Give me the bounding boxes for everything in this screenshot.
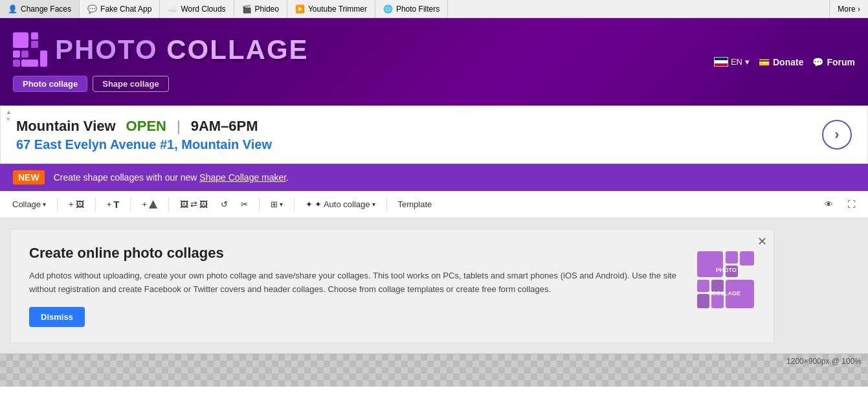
- photo-replace-icon: 🖼: [180, 199, 188, 209]
- ad-hours: 9AM–6PM: [191, 118, 258, 135]
- ad-content: Mountain View OPEN | 9AM–6PM 67 East Eve…: [16, 118, 822, 152]
- collage-label: Collage: [12, 199, 41, 209]
- tab-youtube-trimmer[interactable]: ▶️ Youtube Trimmer: [287, 0, 375, 17]
- text-t-icon: T: [113, 199, 119, 209]
- new-banner-text: Create shape collages with our new Shape…: [54, 172, 289, 183]
- tab-word-clouds[interactable]: ☁️ Word Clouds: [160, 0, 234, 17]
- scissors-icon: ✂: [241, 199, 248, 209]
- photo-filters-icon: 🌐: [383, 5, 393, 14]
- ad-next-button[interactable]: ›: [822, 120, 852, 150]
- auto-collage-chevron-icon: ▾: [372, 201, 375, 208]
- header-right: EN ▾ 💳 Donate 💬 Forum: [714, 57, 855, 67]
- expand-icon: ⛶: [847, 199, 856, 209]
- svg-rect-5: [13, 60, 20, 67]
- shape-collage-link[interactable]: Shape Collage maker: [199, 172, 286, 183]
- close-intro-button[interactable]: ✕: [757, 234, 767, 249]
- svg-rect-7: [40, 51, 47, 67]
- separator-4: [168, 197, 169, 212]
- lang-chevron-icon: ▾: [745, 57, 750, 67]
- svg-text:PHOTO: PHOTO: [716, 267, 737, 273]
- word-clouds-icon: ☁️: [168, 5, 177, 14]
- checker-pattern: [0, 354, 868, 387]
- template-button[interactable]: Template: [394, 197, 437, 211]
- canvas-size-info: 1200×900px @ 100%: [786, 357, 862, 366]
- shape-triangle-icon: [149, 200, 157, 209]
- separator-5: [259, 197, 260, 212]
- add-photo-button[interactable]: + 🖼: [64, 197, 89, 211]
- intro-description: Add photos without uploading, create you…: [29, 269, 684, 297]
- svg-text:COLLAGE: COLLAGE: [712, 290, 740, 297]
- fullscreen-button[interactable]: ⛶: [843, 197, 860, 211]
- dismiss-button[interactable]: Dismiss: [29, 307, 85, 327]
- canvas-bottom: 1200×900px @ 100%: [0, 354, 868, 387]
- ad-top-line: Mountain View OPEN | 9AM–6PM: [16, 118, 822, 135]
- tab-phideo[interactable]: 🎬 Phideo: [234, 0, 287, 17]
- intro-box: ✕ Create online photo collages Add photo…: [10, 229, 774, 343]
- tab-shape-collage[interactable]: Shape collage: [93, 76, 168, 92]
- new-badge: NEW: [13, 170, 45, 185]
- plus-icon: +: [69, 199, 74, 209]
- ad-open-status: OPEN: [126, 118, 166, 135]
- separator-3: [130, 197, 131, 212]
- header-tabs: Photo collage Shape collage: [13, 76, 309, 92]
- svg-rect-11: [740, 251, 754, 265]
- ad-city: Mountain View: [16, 118, 116, 135]
- ad-label: ▲ ✕: [6, 109, 12, 123]
- youtube-trimmer-icon: ▶️: [295, 5, 305, 14]
- tab-more[interactable]: More ›: [829, 0, 868, 17]
- logo-area: PHOTO COLLAGE: [13, 32, 309, 68]
- collage-dropdown[interactable]: Collage ▾: [8, 197, 50, 211]
- grid-icon: ⊞: [271, 199, 278, 209]
- replace-arrow-icon: ⇄: [190, 199, 197, 209]
- change-faces-icon: 👤: [8, 5, 17, 14]
- photo-replace-icon-2: 🖼: [199, 199, 208, 209]
- fake-chat-icon: 💬: [87, 5, 97, 14]
- fit-button[interactable]: ↺: [216, 197, 232, 211]
- toolbar-right: 👁 ⛶: [820, 197, 860, 211]
- wand-icon: ✦: [306, 199, 313, 209]
- separator-6: [294, 197, 295, 212]
- forum-icon: 💬: [812, 57, 823, 67]
- ad-address[interactable]: 67 East Evelyn Avenue #1, Mountain View: [16, 137, 822, 152]
- forum-button[interactable]: 💬 Forum: [812, 57, 855, 67]
- header-content: PHOTO COLLAGE Photo collage Shape collag…: [13, 32, 309, 92]
- donate-button[interactable]: 💳 Donate: [759, 57, 803, 67]
- intro-title: Create online photo collages: [29, 245, 684, 262]
- language-selector[interactable]: EN ▾: [714, 57, 750, 67]
- collage-chevron-icon: ▾: [43, 201, 46, 208]
- grid-button[interactable]: ⊞ ▾: [266, 197, 287, 211]
- tab-fake-chat-app[interactable]: 💬 Fake Chat App: [80, 0, 160, 17]
- svg-rect-4: [21, 51, 28, 58]
- fit-icon: ↺: [221, 199, 228, 209]
- svg-rect-12: [697, 280, 709, 292]
- svg-rect-0: [13, 32, 28, 48]
- auto-collage-button[interactable]: ✦ ✦ Auto collage ▾: [301, 197, 379, 211]
- new-banner: NEW Create shape collages with our new S…: [0, 164, 868, 191]
- header: PHOTO COLLAGE Photo collage Shape collag…: [0, 18, 868, 106]
- separator-1: [57, 197, 58, 212]
- plus-shape-icon: +: [142, 199, 147, 209]
- watermark-logo: PHOTO COLLAGE: [697, 251, 755, 311]
- separator-2: [95, 197, 96, 212]
- tab-bar: 👤 Change Faces 💬 Fake Chat App ☁️ Word C…: [0, 0, 868, 18]
- remove-button[interactable]: ✂: [236, 197, 252, 211]
- donate-icon: 💳: [759, 57, 770, 67]
- add-text-button[interactable]: + T: [102, 197, 124, 211]
- svg-rect-1: [31, 32, 38, 39]
- svg-rect-9: [726, 251, 738, 264]
- ad-banner: ▲ ✕ Mountain View OPEN | 9AM–6PM 67 East…: [0, 106, 868, 164]
- replace-photo-button[interactable]: 🖼 ⇄ 🖼: [175, 197, 212, 211]
- plus-text-icon: +: [107, 199, 112, 209]
- add-shape-button[interactable]: +: [137, 197, 162, 211]
- preview-button[interactable]: 👁: [820, 197, 838, 211]
- watermark-svg: PHOTO COLLAGE: [697, 251, 755, 310]
- logo-icon: [13, 32, 49, 68]
- canvas-area: ✕ Create online photo collages Add photo…: [0, 218, 868, 354]
- tab-photo-filters[interactable]: 🌐 Photo Filters: [375, 0, 448, 17]
- tab-change-faces[interactable]: 👤 Change Faces: [0, 0, 80, 17]
- toolbar: Collage ▾ + 🖼 + T + 🖼 ⇄ 🖼 ↺ ✂ ⊞ ▾ ✦ ✦ Au…: [0, 191, 868, 218]
- photo-icon: 🖼: [76, 199, 84, 209]
- tab-photo-collage[interactable]: Photo collage: [13, 76, 87, 92]
- svg-rect-15: [697, 294, 709, 308]
- phideo-icon: 🎬: [242, 5, 252, 14]
